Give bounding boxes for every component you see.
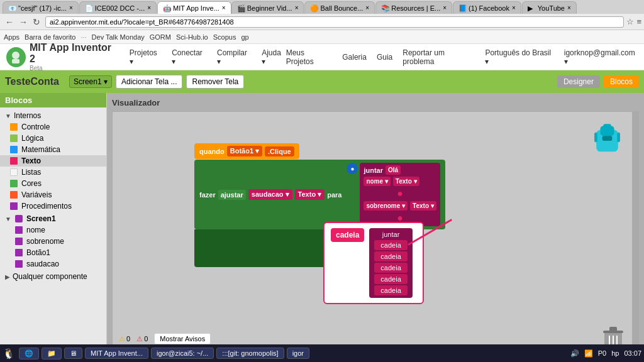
sidebar-item-texto[interactable]: Texto: [0, 155, 106, 167]
tab-close-mit[interactable]: ×: [222, 4, 226, 11]
blocos-button[interactable]: Blocos: [604, 75, 639, 88]
taskbar-item-term[interactable]: 🖥: [64, 348, 82, 359]
nome-var-block[interactable]: nome ▾: [364, 177, 390, 186]
sidebar-item-listas[interactable]: Listas: [0, 167, 106, 178]
nome-label: nome: [26, 226, 45, 234]
sidebar-group-screen1-header[interactable]: ▼ Screen1: [0, 213, 106, 224]
sidebar-item-variaveis[interactable]: Variáveis: [0, 189, 106, 200]
bookmark-icon[interactable]: ☆: [626, 17, 634, 26]
join-block[interactable]: juntar Olá nome ▾ Texto ▾ ●: [360, 163, 440, 226]
app-subtitle: Beta: [30, 65, 117, 72]
sidebar-item-botao1[interactable]: Botão1: [0, 247, 106, 258]
tab-mit[interactable]: 🤖 MIT App Inve... ×: [157, 1, 231, 14]
cadeia-item-1[interactable]: cadeia: [374, 240, 407, 250]
screen-select[interactable]: Screen1 ▾: [69, 75, 112, 88]
sidebar-item-matematica[interactable]: Matemática: [0, 144, 106, 155]
tab-resources[interactable]: 📚 Resources | E... ×: [375, 1, 452, 14]
tab-close-ball[interactable]: ×: [365, 4, 369, 11]
cadeia-item-5[interactable]: cadeia: [374, 285, 407, 295]
show-warnings-button[interactable]: Mostrar Avisos: [154, 333, 211, 344]
add-screen-button[interactable]: Adicionar Tela ...: [116, 75, 183, 89]
action-block[interactable]: fazer ajustar saudacao ▾ Texto ▾ para ● …: [194, 160, 445, 229]
nav-conectar[interactable]: Conectar ▾: [172, 48, 207, 66]
taskbar-item-igor[interactable]: igor@zicai5: ~/...: [151, 348, 214, 359]
remove-screen-button[interactable]: Remover Tela: [186, 75, 244, 89]
bookmarks-apps[interactable]: Apps: [4, 33, 19, 41]
svg-rect-1: [12, 59, 19, 63]
bookmarks-devtalk[interactable]: Dev Talk Monday: [92, 33, 145, 41]
tab-beginner[interactable]: 🎬 Beginner Vid... ×: [231, 1, 304, 14]
sobrenome-var-block[interactable]: sobrenome ▾: [364, 201, 408, 211]
nav-galeria[interactable]: Galeria: [342, 53, 367, 62]
taskbar-item-mit[interactable]: MIT App Invent...: [85, 348, 148, 359]
ola-block[interactable]: Olá: [386, 165, 401, 175]
sobrenome-texto-block[interactable]: Texto ▾: [410, 201, 436, 211]
tab-close-cesjf[interactable]: ×: [69, 4, 73, 11]
designer-button[interactable]: Designer: [557, 75, 600, 88]
cadeia-block[interactable]: cadeia: [331, 228, 364, 242]
action-var-block[interactable]: saudacao ▾: [248, 189, 292, 200]
nav-guia[interactable]: Guia: [377, 53, 392, 62]
taskbar-item-igor2[interactable]: igor: [287, 348, 309, 359]
sidebar-item-sobrenome[interactable]: sobrenome: [0, 236, 106, 247]
sidebar-item-nome[interactable]: nome: [0, 224, 106, 236]
sidebar-item-saudacao[interactable]: saudacao: [0, 258, 106, 270]
tab-cesjf[interactable]: 📧 "cesjf" (17) -ic... ×: [3, 1, 79, 14]
canvas-scrollbar[interactable]: [632, 112, 638, 357]
event-button-label[interactable]: Botão1 ▾: [227, 146, 262, 156]
tab-ice002[interactable]: 📄 ICE002 DCC -... ×: [79, 1, 157, 14]
nav-ajuda[interactable]: Ajuda ▾: [262, 48, 286, 66]
tooltip-join-block[interactable]: juntar cadeia cadeia cadeia cadeia cadei…: [369, 228, 412, 298]
bookmarks-gp[interactable]: gp: [241, 33, 248, 41]
forward-button[interactable]: →: [16, 17, 30, 27]
nav-user[interactable]: igorknop@gmail.com ▾: [564, 48, 638, 66]
start-icon[interactable]: 🐧: [3, 348, 15, 359]
tab-youtube[interactable]: ▶ YouTube ×: [522, 1, 577, 14]
tab-close-beginner[interactable]: ×: [295, 4, 299, 11]
back-button[interactable]: ←: [3, 17, 16, 27]
tab-close-resources[interactable]: ×: [443, 4, 447, 11]
nav-compilar[interactable]: Compilar ▾: [217, 48, 252, 66]
tab-close-ice002[interactable]: ×: [147, 4, 151, 11]
sidebar-group-qualquer-header[interactable]: ▶ Qualquer componente: [0, 271, 106, 282]
tab-close-youtube[interactable]: ×: [567, 4, 571, 11]
sidebar-group-internos-header[interactable]: ▼ Internos: [0, 110, 106, 121]
bookmarks-gorm[interactable]: GORM: [150, 33, 171, 41]
menu-icon[interactable]: ≡: [636, 17, 641, 26]
sidebar-item-procedimentos[interactable]: Procedimentos: [0, 200, 106, 212]
cadeia-item-2[interactable]: cadeia: [374, 251, 407, 261]
cadeia-item-4[interactable]: cadeia: [374, 274, 407, 284]
taskbar-network-icon: 📶: [584, 349, 593, 358]
sidebar-item-controle[interactable]: Controle: [0, 121, 106, 133]
nav-meus-projetos[interactable]: Meus Projetos: [286, 48, 333, 66]
tab-close-facebook[interactable]: ×: [512, 4, 516, 11]
screen1-icon: [15, 215, 23, 222]
bookmarks-scopus[interactable]: Scopus: [213, 33, 236, 41]
taskbar-item-git[interactable]: :::[git: gnomopolis]: [216, 348, 284, 359]
bookmarks-scihub[interactable]: Sci-Hub.io: [176, 33, 208, 41]
nome-texto-block[interactable]: Texto ▾: [393, 177, 419, 186]
nav-projetos[interactable]: Projetos ▾: [130, 48, 162, 66]
taskbar-item-files[interactable]: 📁: [42, 348, 62, 359]
bookmarks-barra[interactable]: Barra de favorito: [25, 33, 75, 41]
blue-connector[interactable]: ●: [347, 163, 358, 174]
matematica-color: [10, 146, 18, 153]
canvas[interactable]: quando Botão1 ▾ .Clique fazer ajustar sa…: [112, 111, 639, 358]
reload-button[interactable]: ↻: [30, 17, 43, 27]
project-name: TesteConta: [5, 76, 59, 87]
taskbar-item-browser[interactable]: 🌐: [19, 348, 39, 359]
tab-favicon-ice002: 📄: [85, 4, 92, 12]
tab-facebook[interactable]: 📘 (1) Facebook ×: [453, 1, 521, 14]
tab-ball[interactable]: 🟠 Ball Bounce... ×: [304, 1, 375, 14]
sidebar-item-cores[interactable]: Cores: [0, 178, 106, 189]
sidebar-item-logica[interactable]: Lógica: [0, 133, 106, 144]
address-bar[interactable]: [45, 16, 624, 28]
backpack-icon[interactable]: [588, 118, 626, 156]
action-prop-block[interactable]: Texto ▾: [295, 189, 325, 200]
event-block[interactable]: quando Botão1 ▾ .Clique: [194, 143, 299, 159]
cadeia-item-3[interactable]: cadeia: [374, 263, 407, 273]
tooltip-block[interactable]: cadeia juntar cadeia cadeia cadeia cadei…: [323, 222, 424, 304]
nav-reportar[interactable]: Reportar um problema: [402, 48, 475, 66]
nav-language[interactable]: Português do Brasil ▾: [485, 48, 553, 66]
taskbar-battery-hp: hp: [611, 349, 619, 357]
